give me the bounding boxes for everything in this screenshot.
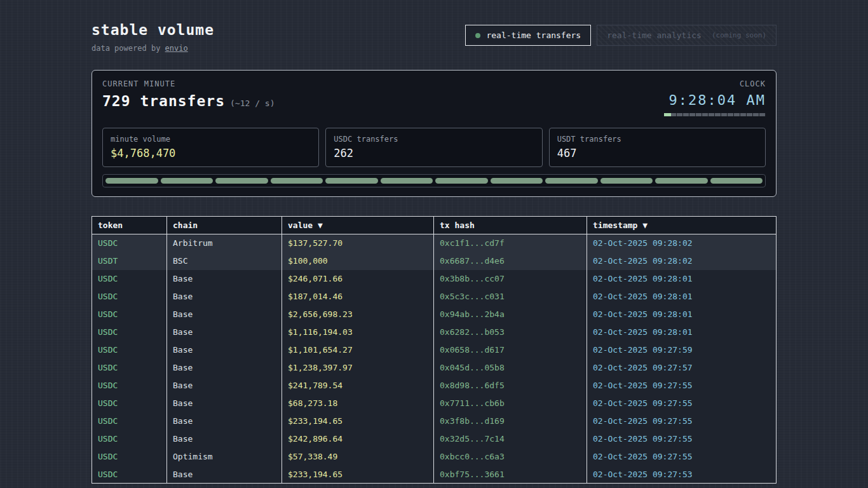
stat-label: USDC transfers <box>334 135 534 144</box>
chain-cell: Base <box>167 412 282 430</box>
column-header-value[interactable]: value ▼ <box>282 217 434 234</box>
chain-cell: BSC <box>167 252 282 270</box>
hash-cell[interactable]: 0x0658...d617 <box>434 341 587 359</box>
panel-top-row: CURRENT MINUTE 729 transfers (~12 / s) C… <box>102 79 766 116</box>
transfer-row: USDTBSC$100,0000x6687...d4e602-Oct-2025 … <box>92 252 776 270</box>
value-cell: $68,273.18 <box>282 395 434 412</box>
value-cell: $1,238,397.97 <box>282 359 434 377</box>
transfer-row: USDCBase$68,273.180x7711...cb6b02-Oct-20… <box>92 395 776 412</box>
token-cell: USDC <box>92 377 167 395</box>
page-container: stable volume data powered by envio real… <box>92 0 776 484</box>
hash-cell[interactable]: 0x6687...d4e6 <box>434 252 587 270</box>
stat-value: $4,768,470 <box>111 147 311 159</box>
hash-cell[interactable]: 0x7711...cb6b <box>434 395 587 412</box>
time-cell: 02-Oct-2025 09:28:02 <box>587 234 776 252</box>
tab-analytics-label: real-time analytics <box>607 30 702 40</box>
chain-cell: Base <box>167 306 282 323</box>
value-cell: $246,071.66 <box>282 270 434 288</box>
tab-transfers-label: real-time transfers <box>486 30 581 40</box>
token-cell: USDC <box>92 430 167 448</box>
token-cell: USDC <box>92 306 167 323</box>
hash-cell[interactable]: 0xbcc0...c6a3 <box>434 448 587 466</box>
chain-cell: Base <box>167 359 282 377</box>
hash-cell[interactable]: 0x32d5...7c14 <box>434 430 587 448</box>
value-cell: $100,000 <box>282 252 434 270</box>
table-header-row: tokenchainvalue ▼tx hashtimestamp ▼ <box>92 217 776 234</box>
time-cell: 02-Oct-2025 09:27:59 <box>587 341 776 359</box>
chain-cell: Base <box>167 430 282 448</box>
value-cell: $241,789.54 <box>282 377 434 395</box>
hash-cell[interactable]: 0xbf75...3661 <box>434 466 587 484</box>
chain-cell: Optimism <box>167 448 282 466</box>
activity-strip <box>102 174 766 187</box>
activity-segment <box>655 178 708 184</box>
value-cell: $233,194.65 <box>282 412 434 430</box>
hash-cell[interactable]: 0x045d...05b8 <box>434 359 587 377</box>
activity-segment <box>325 178 378 184</box>
value-cell: $233,194.65 <box>282 466 434 484</box>
transfer-row: USDCBase$187,014.460x5c3c...c03102-Oct-2… <box>92 288 776 306</box>
envio-link[interactable]: envio <box>165 44 188 53</box>
page-title: stable volume <box>92 22 214 38</box>
transfer-row: USDCOptimism$57,338.490xbcc0...c6a302-Oc… <box>92 448 776 466</box>
transfer-count: 729 transfers <box>102 93 225 109</box>
token-cell: USDC <box>92 323 167 341</box>
activity-segment <box>600 178 653 184</box>
coming-soon-badge: (coming soon) <box>712 31 766 39</box>
time-cell: 02-Oct-2025 09:28:01 <box>587 270 776 288</box>
value-cell: $1,116,194.03 <box>282 323 434 341</box>
stat-usdc-transfers: USDC transfers 262 <box>325 128 542 167</box>
tab-realtime-transfers[interactable]: real-time transfers <box>465 25 591 46</box>
token-cell: USDC <box>92 395 167 412</box>
transfer-row: USDCBase$1,238,397.970x045d...05b802-Oct… <box>92 359 776 377</box>
column-header-tx-hash: tx hash <box>434 217 587 234</box>
activity-segment <box>271 178 323 184</box>
column-header-timestamp[interactable]: timestamp ▼ <box>587 217 776 234</box>
hash-cell[interactable]: 0x94ab...2b4a <box>434 306 587 323</box>
token-cell: USDC <box>92 341 167 359</box>
activity-segment <box>161 178 214 184</box>
column-header-token: token <box>92 217 167 234</box>
chain-cell: Base <box>167 323 282 341</box>
activity-segment <box>105 178 158 184</box>
token-cell: USDC <box>92 234 167 252</box>
hash-cell[interactable]: 0x6282...b053 <box>434 323 587 341</box>
time-cell: 02-Oct-2025 09:28:01 <box>587 288 776 306</box>
top-bar: stable volume data powered by envio real… <box>92 22 776 53</box>
page-subtitle: data powered by envio <box>92 44 214 53</box>
clock-block: CLOCK 9:28:04 AM <box>664 79 766 116</box>
time-cell: 02-Oct-2025 09:27:55 <box>587 448 776 466</box>
token-cell: USDC <box>92 288 167 306</box>
clock-label: CLOCK <box>664 79 766 88</box>
transfer-rate: (~12 / s) <box>230 98 275 108</box>
token-cell: USDC <box>92 466 167 484</box>
chain-cell: Base <box>167 270 282 288</box>
time-cell: 02-Oct-2025 09:28:02 <box>587 252 776 270</box>
token-cell: USDC <box>92 270 167 288</box>
clock-time: 9:28:04 AM <box>664 92 766 108</box>
value-cell: $2,656,698.23 <box>282 306 434 323</box>
view-tabs: real-time transfers real-time analytics … <box>465 25 776 46</box>
transfer-row: USDCArbitrum$137,527.700xc1f1...cd7f02-O… <box>92 234 776 252</box>
clock-progress-fill <box>664 113 671 116</box>
live-dot-icon <box>475 33 480 38</box>
transfer-row: USDCBase$242,896.640x32d5...7c1402-Oct-2… <box>92 430 776 448</box>
hash-cell[interactable]: 0x8d98...6df5 <box>434 377 587 395</box>
token-cell: USDC <box>92 359 167 377</box>
transfers-table-body: USDCArbitrum$137,527.700xc1f1...cd7f02-O… <box>92 234 776 484</box>
hash-cell[interactable]: 0x3f8b...d169 <box>434 412 587 430</box>
stat-value: 262 <box>334 147 534 159</box>
activity-segment <box>215 178 268 184</box>
activity-segment <box>381 178 433 184</box>
value-cell: $137,527.70 <box>282 234 434 252</box>
tab-realtime-analytics: real-time analytics (coming soon) <box>597 25 776 46</box>
hash-cell[interactable]: 0xc1f1...cd7f <box>434 234 587 252</box>
activity-segment <box>491 178 543 184</box>
chain-cell: Base <box>167 288 282 306</box>
time-cell: 02-Oct-2025 09:27:57 <box>587 359 776 377</box>
activity-segment <box>435 178 488 184</box>
time-cell: 02-Oct-2025 09:28:01 <box>587 323 776 341</box>
hash-cell[interactable]: 0x5c3c...c031 <box>434 288 587 306</box>
title-block: stable volume data powered by envio <box>92 22 214 53</box>
hash-cell[interactable]: 0x3b8b...cc07 <box>434 270 587 288</box>
